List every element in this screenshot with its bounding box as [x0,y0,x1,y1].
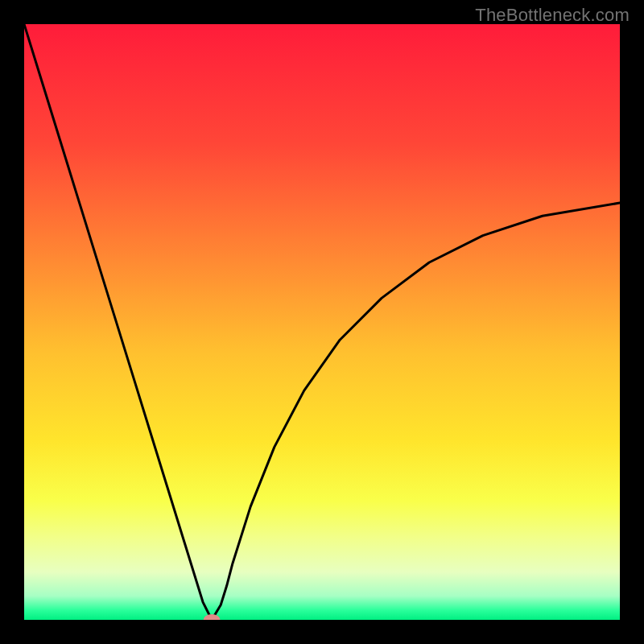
bottleneck-chart [24,24,620,620]
gradient-background [24,24,620,620]
attribution-text: TheBottleneck.com [475,5,630,26]
chart-outer-frame: TheBottleneck.com [0,0,644,644]
plot-area [24,24,620,620]
